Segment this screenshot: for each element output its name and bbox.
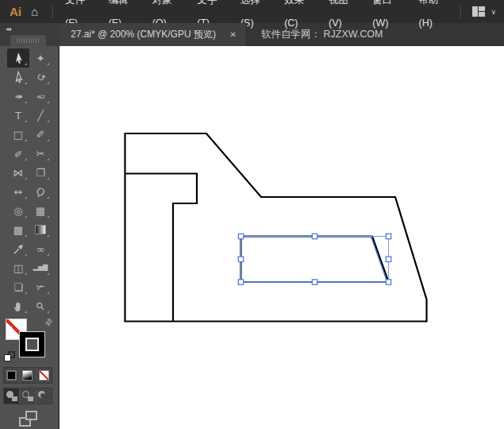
color-icon <box>6 370 17 381</box>
gradient-icon <box>22 370 33 381</box>
draw-inside-icon <box>38 391 49 401</box>
symbol-sprayer-tool[interactable]: ◫ <box>7 258 29 277</box>
stroke-swatch-black[interactable] <box>19 331 45 358</box>
selection-handle[interactable] <box>386 234 391 238</box>
menu-bar: Ai ⌂ 文件(F)编辑(E)对象(O)文字(T)选择(S)效果(C)视图(V)… <box>0 0 504 23</box>
selection-handle[interactable] <box>312 280 317 284</box>
artwork-inner-step-path[interactable] <box>125 174 198 322</box>
artboard-tool[interactable]: ❏ <box>7 277 29 296</box>
selection-highlight-path <box>241 237 388 283</box>
mesh-tool[interactable]: ▩ <box>7 220 29 239</box>
chevron-down-icon[interactable]: ∨ <box>491 8 496 16</box>
selected-shape-path[interactable] <box>241 237 389 283</box>
rectangle-tool[interactable]: □ <box>7 125 29 144</box>
paintbrush-tool[interactable]: ✐ <box>29 125 52 144</box>
selection-handle[interactable] <box>238 257 243 261</box>
puppet-warp-tool[interactable]: Ϙ <box>29 182 52 201</box>
drawing-modes-row <box>3 388 52 404</box>
draw-inside-button[interactable] <box>37 388 52 404</box>
paint-gradient-button[interactable] <box>20 368 36 383</box>
shape-builder-tool[interactable]: ◎ <box>7 201 29 220</box>
free-transform-tool[interactable]: ❐ <box>29 163 52 182</box>
selection-handle[interactable] <box>238 280 243 284</box>
line-segment-tool[interactable]: ╱ <box>29 106 52 125</box>
pen-tool[interactable]: ✒ <box>7 87 29 106</box>
tools-panel: ✦↺✒✑T╱□✐✏✂⋈❐↭Ϙ◎▦▩∞◫▂▅▇❏✃⚲ ⇄ <box>0 46 60 429</box>
canvas[interactable] <box>60 46 504 429</box>
menu-bar-right: ∨ <box>456 6 498 18</box>
curvature-tool[interactable]: ✑ <box>29 87 52 106</box>
menu-separator <box>52 6 53 18</box>
tools-grid: ✦↺✒✑T╱□✐✏✂⋈❐↭Ϙ◎▦▩∞◫▂▅▇❏✃⚲ <box>0 46 58 315</box>
menu-help[interactable]: 帮助(H) <box>412 0 456 35</box>
main-area: ✦↺✒✑T╱□✐✏✂⋈❐↭Ϙ◎▦▩∞◫▂▅▇❏✃⚲ ⇄ <box>0 46 504 429</box>
artwork-outline-path[interactable] <box>125 133 427 322</box>
blend-tool[interactable]: ∞ <box>29 239 52 258</box>
scissors-tool[interactable]: ✂ <box>29 144 52 163</box>
reflect-tool[interactable]: ⋈ <box>7 163 29 182</box>
width-tool[interactable]: ↭ <box>7 182 29 201</box>
type-tool[interactable]: T <box>7 106 29 125</box>
artboard[interactable] <box>60 46 504 429</box>
panel-grip[interactable] <box>10 35 46 46</box>
selection-tool[interactable] <box>7 48 29 68</box>
selection-bounding-box[interactable] <box>241 237 389 283</box>
zoom-tool[interactable]: ⚲ <box>29 296 52 315</box>
document-tab-title: 27.ai* @ 200% (CMYK/GPU 预览) <box>71 28 224 41</box>
default-fill-stroke-icon[interactable] <box>4 350 17 363</box>
tools-dock-header: ◂◂ <box>0 23 60 46</box>
draw-normal-icon <box>6 391 17 401</box>
document-tab[interactable]: 27.ai* @ 200% (CMYK/GPU 预览) ✕ <box>60 23 247 46</box>
none-icon <box>39 370 49 381</box>
collapse-panel-icon[interactable]: ◂◂ <box>3 24 13 34</box>
direct-selection-tool[interactable] <box>7 68 29 87</box>
paint-style-row <box>3 367 52 384</box>
paint-color-button[interactable] <box>4 368 20 383</box>
draw-behind-icon <box>22 391 33 401</box>
hand-tool[interactable] <box>7 296 29 315</box>
shaper-tool[interactable]: ✏ <box>7 144 29 163</box>
draw-behind-button[interactable] <box>20 388 36 404</box>
home-icon[interactable]: ⌂ <box>31 5 38 18</box>
selection-handle[interactable] <box>238 234 243 238</box>
close-tab-icon[interactable]: ✕ <box>227 29 240 41</box>
lasso-tool[interactable]: ↺ <box>29 68 52 87</box>
column-graph-tool[interactable]: ▂▅▇ <box>29 258 52 277</box>
selection-handle[interactable] <box>386 257 391 261</box>
screen-mode-button[interactable] <box>19 411 40 427</box>
workspace-switcher-icon[interactable] <box>472 6 486 17</box>
window-title: 软件自学网： RJZXW.COM <box>247 23 383 46</box>
perspective-grid-tool[interactable]: ▦ <box>29 201 52 220</box>
slice-tool[interactable]: ✃ <box>29 277 52 296</box>
draw-normal-button[interactable] <box>4 388 20 404</box>
menu-separator <box>460 6 461 18</box>
fill-stroke-indicator: ⇄ <box>2 317 55 363</box>
illustrator-logo: Ai <box>10 5 21 18</box>
paint-none-button[interactable] <box>37 368 52 383</box>
gradient-tool[interactable] <box>29 220 52 239</box>
swap-fill-stroke-icon[interactable]: ⇄ <box>43 316 56 329</box>
selection-handle[interactable] <box>386 280 391 284</box>
magic-wand-tool[interactable]: ✦ <box>29 48 52 68</box>
selection-handle[interactable] <box>312 234 317 238</box>
eyedropper-tool[interactable] <box>7 239 29 258</box>
